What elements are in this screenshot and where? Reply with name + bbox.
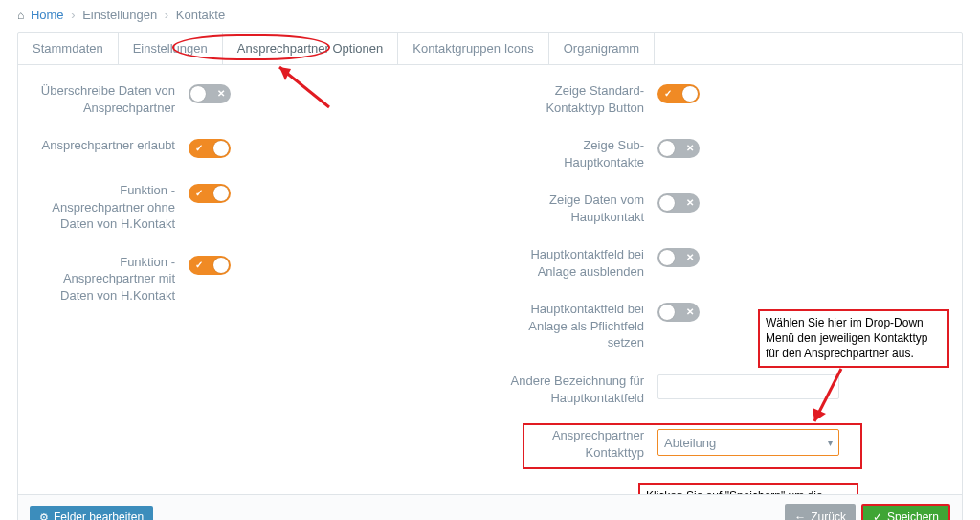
toggle-zeige-sub[interactable]: ✕ [657,139,700,158]
select-kontakttyp-value: Abteilung [664,436,716,450]
left-column: Überschreibe Daten von Ansprechpartner ✕… [35,82,476,482]
breadcrumb-contacts: Kontakte [176,8,225,22]
svg-marker-1 [279,67,291,80]
breadcrumb-settings[interactable]: Einstellungen [82,8,157,22]
edit-fields-button[interactable]: ⚙ Felder bearbeiten [30,506,153,520]
breadcrumb: ⌂ Home › Einstellungen › Kontakte [17,8,963,22]
chevron-right-icon: › [165,8,168,22]
label-fn-ohne: Funktion - Ansprechpartner ohne Daten vo… [35,182,189,233]
toggle-ueberschreibe[interactable]: ✕ [189,84,231,103]
toggle-hk-pflicht[interactable]: ✕ [657,303,700,322]
back-label: Zurück [811,510,846,520]
label-ueberschreibe: Überschreibe Daten von Ansprechpartner [35,82,189,116]
settings-panel: Stammdaten Einstellungen Ansprechpartner… [17,32,963,520]
panel-footer: ⚙ Felder bearbeiten ← Zurück ✓ Speichern [18,494,962,520]
annotation-text-dropdown: Wählen Sie hier im Drop-Down Menü den je… [758,309,949,368]
tab-einstellungen[interactable]: Einstellungen [119,33,223,64]
tab-ansprechpartner-optionen[interactable]: Ansprechpartner Optionen [223,33,398,64]
input-andere-bez[interactable] [657,374,839,399]
back-button[interactable]: ← Zurück [785,504,856,520]
chevron-down-icon: ▾ [828,438,833,448]
edit-fields-label: Felder bearbeiten [54,510,144,520]
label-hk-pflicht: Hauptkontaktfeld bei Anlage als Pflichtf… [504,301,657,351]
toggle-erlaubt[interactable]: ✓ [189,139,231,158]
tab-organigramm[interactable]: Organigramm [549,33,655,64]
toggle-zeige-standard[interactable]: ✓ [657,84,700,103]
select-kontakttyp[interactable]: Abteilung ▾ [657,429,839,456]
label-zeige-daten: Zeige Daten vom Hauptkontakt [504,192,657,225]
label-kontakttyp: Ansprechpartner Kontakttyp [504,427,657,461]
save-button[interactable]: ✓ Speichern [861,504,950,520]
label-andere-bez: Andere Bezeichnung für Hauptkontaktfeld [504,373,657,406]
tabs: Stammdaten Einstellungen Ansprechpartner… [18,33,962,65]
label-fn-mit: Funktion - Ansprechpartner mit Daten von… [35,254,189,305]
check-icon: ✓ [873,510,882,520]
toggle-hk-ausblenden[interactable]: ✕ [657,248,700,267]
chevron-right-icon: › [71,8,75,22]
toggle-zeige-daten[interactable]: ✕ [657,193,700,213]
breadcrumb-home[interactable]: Home [31,8,64,22]
toggle-fn-mit[interactable]: ✓ [189,256,231,275]
tab-kontaktgruppen-icons[interactable]: Kontaktgruppen Icons [398,33,548,64]
save-label: Speichern [887,510,939,520]
right-column: Zeige Standard-Kontakttyp Button ✓ Zeige… [504,82,945,482]
label-erlaubt: Ansprechpartner erlaubt [35,137,189,154]
label-zeige-sub: Zeige Sub-Hauptkontakte [504,137,657,170]
tab-stammdaten[interactable]: Stammdaten [18,33,119,64]
label-zeige-standard: Zeige Standard-Kontakttyp Button [504,82,657,116]
cogs-icon: ⚙ [39,511,49,520]
label-hk-ausblenden: Hauptkontaktfeld bei Anlage ausblenden [504,246,657,280]
home-icon: ⌂ [17,9,24,22]
toggle-fn-ohne[interactable]: ✓ [189,184,231,203]
arrow-left-icon: ← [794,510,806,520]
